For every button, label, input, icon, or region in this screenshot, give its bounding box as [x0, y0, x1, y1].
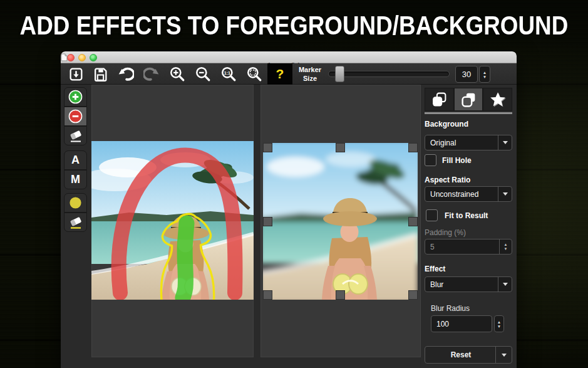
- resize-handle[interactable]: [336, 143, 345, 152]
- source-canvas-panel[interactable]: [91, 85, 254, 357]
- help-button[interactable]: ?: [267, 63, 292, 85]
- marker-size-slider-handle[interactable]: [335, 66, 344, 82]
- yellow-outline-marker-button[interactable]: [64, 193, 87, 213]
- chevron-down-icon: [503, 192, 508, 196]
- window-titlebar[interactable]: image2.jpg: [61, 51, 517, 63]
- fit-to-result-checkbox[interactable]: [426, 209, 438, 221]
- add-foreground-marker-button[interactable]: [64, 87, 87, 107]
- source-image[interactable]: [91, 141, 254, 300]
- result-canvas-panel[interactable]: [260, 85, 421, 357]
- chevron-down-icon: [502, 354, 507, 357]
- aspect-ratio-dropdown-button[interactable]: [498, 187, 512, 201]
- remove-background-marker-button[interactable]: [64, 107, 87, 126]
- chevron-down-icon: [503, 141, 508, 144]
- resize-handle[interactable]: [408, 290, 418, 300]
- stepper-down-icon[interactable]: ▼: [504, 247, 508, 251]
- zoom-actual-size-icon: 1:1: [220, 66, 237, 82]
- zoom-to-fit-icon: [246, 66, 262, 82]
- svg-text:1:1: 1:1: [224, 71, 230, 75]
- tab-foreground[interactable]: [425, 88, 454, 111]
- resize-handle[interactable]: [408, 143, 418, 152]
- stepper-up-icon[interactable]: ▲: [497, 320, 501, 324]
- padding-stepper[interactable]: ▲▼: [499, 239, 512, 254]
- effect-label: Effect: [425, 265, 445, 273]
- padding-label: Padding (%): [425, 228, 466, 237]
- sidebar-tabs: [425, 88, 512, 111]
- page-title: ADD EFFECTS TO FOREGROUND/BACKGROUND: [0, 13, 588, 39]
- reset-dropdown-button[interactable]: [495, 347, 512, 363]
- marker-size-stepper[interactable]: ▲ ▼: [479, 66, 490, 83]
- fill-hole-label: Fill Hole: [442, 156, 472, 165]
- blur-radius-input[interactable]: 100: [431, 315, 492, 332]
- padding-input[interactable]: 5 ▲▼: [425, 239, 512, 255]
- import-icon: [68, 66, 84, 82]
- undo-button[interactable]: [117, 66, 135, 82]
- foreground-layers-icon: [431, 91, 448, 108]
- erase-outline-button[interactable]: [64, 213, 87, 232]
- aspect-ratio-dropdown-value: Unconstrained: [430, 190, 478, 199]
- zoom-actual-size-button[interactable]: 1:1: [220, 66, 237, 82]
- marker-size-slider[interactable]: [328, 71, 450, 77]
- save-icon: [93, 66, 108, 82]
- stepper-up-icon[interactable]: ▲: [483, 70, 487, 75]
- redo-button[interactable]: [143, 66, 160, 82]
- effect-dropdown-value: Blur: [430, 280, 443, 289]
- effect-dropdown-button[interactable]: [498, 277, 512, 292]
- chevron-down-icon: [503, 283, 508, 286]
- resize-handle[interactable]: [336, 290, 345, 300]
- aspect-ratio-dropdown[interactable]: Unconstrained: [425, 186, 512, 202]
- fill-hole-checkbox[interactable]: [425, 154, 436, 166]
- blur-radius-stepper[interactable]: ▲ ▼: [494, 315, 504, 332]
- background-dropdown[interactable]: Original: [425, 135, 512, 150]
- stepper-down-icon[interactable]: ▼: [497, 324, 501, 329]
- help-icon: ?: [276, 66, 284, 81]
- resize-handle[interactable]: [263, 217, 272, 226]
- blur-radius-value: 100: [436, 320, 449, 329]
- eraser-icon: [68, 129, 83, 144]
- eraser-yellow-icon: [68, 215, 83, 230]
- settings-sidebar: Background Original Fill Hole Aspect Rat…: [421, 85, 517, 368]
- tab-background[interactable]: [454, 88, 483, 111]
- undo-icon: [118, 66, 134, 82]
- document-icon: [61, 53, 68, 61]
- blur-radius-label: Blur Radius: [431, 304, 470, 313]
- yellow-circle-icon: [68, 196, 83, 210]
- resize-handle[interactable]: [408, 217, 418, 226]
- reset-button-label: Reset: [425, 350, 497, 359]
- erase-marker-button[interactable]: [64, 126, 87, 145]
- background-label: Background: [425, 120, 468, 129]
- import-button[interactable]: [67, 66, 85, 82]
- desktop-background: ADD EFFECTS TO FOREGROUND/BACKGROUND ima…: [0, 0, 588, 368]
- tab-separator: [425, 112, 512, 114]
- stepper-down-icon[interactable]: ▼: [483, 75, 487, 79]
- resize-handle[interactable]: [263, 290, 272, 300]
- resize-handle[interactable]: [263, 143, 272, 152]
- save-button[interactable]: [91, 66, 109, 82]
- fit-to-result-label: Fit to Result: [445, 211, 488, 220]
- stepper-up-icon[interactable]: ▲: [504, 243, 508, 247]
- zoom-out-button[interactable]: [194, 66, 212, 82]
- green-marker-stroke: [183, 223, 187, 298]
- background-dropdown-button[interactable]: [498, 135, 512, 150]
- zoom-out-icon: [195, 66, 211, 82]
- background-layers-icon: [460, 91, 477, 108]
- redo-icon: [143, 66, 160, 82]
- main-toolbar: 1:1 ? Marker Size 30: [61, 63, 517, 85]
- tab-favorites[interactable]: [483, 88, 512, 111]
- marker-size-label: Marker Size: [294, 65, 326, 83]
- reset-button[interactable]: Reset: [425, 346, 512, 364]
- zoom-in-button[interactable]: [168, 66, 186, 82]
- zoom-in-icon: [169, 66, 185, 82]
- background-dropdown-value: Original: [430, 139, 456, 147]
- marker-size-value[interactable]: 30: [455, 66, 478, 83]
- auto-select-button[interactable]: A: [64, 150, 87, 170]
- zoom-to-fit-button[interactable]: [245, 66, 263, 82]
- aspect-ratio-label: Aspect Ratio: [425, 176, 470, 184]
- app-window: image2.jpg: [61, 51, 517, 368]
- star-icon: [489, 91, 507, 108]
- effect-dropdown[interactable]: Blur: [425, 276, 512, 292]
- red-minus-icon: [68, 109, 83, 124]
- result-image[interactable]: [263, 143, 418, 300]
- auto-select-label: A: [71, 154, 80, 167]
- manual-select-button[interactable]: M: [64, 170, 87, 189]
